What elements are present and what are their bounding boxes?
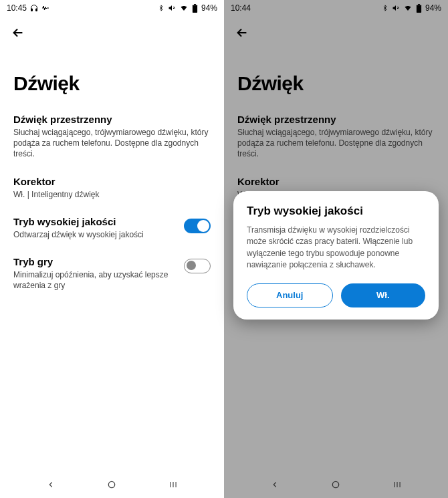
- mute-icon: [168, 4, 176, 12]
- right-screen: 10:44 94% Dźwięk Dźwięk przestr: [224, 0, 448, 498]
- high-quality-row[interactable]: Tryb wysokiej jakości Odtwarzaj dźwięk w…: [13, 216, 211, 240]
- hq-sub: Odtwarzaj dźwięk w wysokiej jakości: [13, 229, 176, 240]
- game-sub: Minimalizuj opóźnienia, aby uzyskać leps…: [13, 269, 176, 291]
- wifi-icon: [179, 4, 189, 12]
- game-mode-row[interactable]: Tryb gry Minimalizuj opóźnienia, aby uzy…: [13, 256, 211, 291]
- dialog-body: Transmisja dźwięku w wysokiej rozdzielcz…: [247, 225, 425, 271]
- eq-title: Korektor: [13, 176, 211, 187]
- back-button[interactable]: [11, 25, 213, 40]
- spatial-title: Dźwięk przestrzenny: [13, 114, 211, 125]
- equalizer-row[interactable]: Korektor Wł. | Inteligentny dźwięk: [13, 176, 211, 200]
- svg-rect-5: [194, 4, 196, 5]
- svg-rect-0: [31, 9, 33, 11]
- status-battery: 94%: [201, 3, 217, 13]
- nav-recents-icon[interactable]: [166, 478, 180, 491]
- spatial-audio-row[interactable]: Dźwięk przestrzenny Słuchaj wciągającego…: [13, 114, 211, 160]
- page-title: Dźwięk: [13, 72, 211, 95]
- status-time: 10:45: [7, 3, 27, 13]
- hq-title: Tryb wysokiej jakości: [13, 216, 176, 227]
- bluetooth-icon: [158, 4, 164, 12]
- dialog-title: Tryb wysokiej jakości: [247, 205, 425, 218]
- svg-rect-4: [193, 5, 197, 13]
- eq-sub: Wł. | Inteligentny dźwięk: [13, 189, 211, 200]
- spatial-sub: Słuchaj wciągającego, trójwymiarowego dź…: [13, 127, 211, 160]
- svg-rect-1: [36, 9, 37, 11]
- high-quality-toggle[interactable]: [184, 219, 211, 233]
- headphones-icon: [30, 4, 38, 12]
- confirm-dialog: Tryb wysokiej jakości Transmisja dźwięku…: [233, 191, 439, 320]
- svg-point-6: [109, 481, 115, 487]
- game-title: Tryb gry: [13, 256, 176, 267]
- cancel-button[interactable]: Anuluj: [247, 283, 333, 307]
- status-bar: 10:45 94%: [0, 0, 224, 16]
- battery-icon: [192, 4, 198, 13]
- dialog-scrim[interactable]: Tryb wysokiej jakości Transmisja dźwięku…: [224, 0, 448, 498]
- waveform-icon: [41, 4, 49, 12]
- game-mode-toggle[interactable]: [184, 259, 211, 273]
- left-screen: 10:45 94%: [0, 0, 224, 498]
- nav-home-icon[interactable]: [105, 478, 118, 491]
- nav-back-icon[interactable]: [44, 478, 58, 491]
- confirm-button[interactable]: Wł.: [341, 283, 426, 307]
- nav-bar: [0, 471, 224, 498]
